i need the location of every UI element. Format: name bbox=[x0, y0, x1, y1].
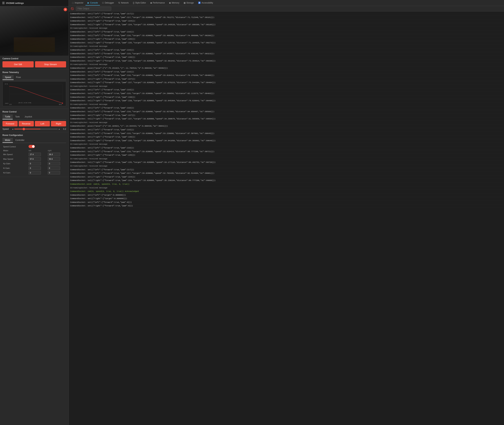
slider-increase-icon[interactable]: ► bbox=[59, 128, 60, 130]
tab-joystick[interactable]: Joystick bbox=[22, 114, 35, 119]
console-line: CommandSocket: tel({"right":{"forward":t… bbox=[70, 179, 503, 183]
speed-slider-container: ◄ ► bbox=[12, 128, 60, 130]
console-line: CommandSocket: tel({"right":{"forward":t… bbox=[70, 59, 503, 63]
tab-performance[interactable]: ◆ Performance bbox=[148, 0, 167, 6]
left-panel: ☰ OV2640 settings × bbox=[0, 0, 69, 425]
kd-left-input[interactable] bbox=[28, 171, 41, 174]
memory-icon: ◉ bbox=[169, 2, 171, 4]
kp-left-input[interactable] bbox=[28, 162, 41, 165]
console-output[interactable]: CommandSocket: set({"left":{"forward":tr… bbox=[69, 11, 504, 425]
console-line: StreamingSocket received message bbox=[70, 165, 503, 168]
ki-right-input[interactable] bbox=[48, 166, 60, 170]
console-line: CommandSocket: set({"left":{"forward":tr… bbox=[70, 128, 503, 132]
chart-container: 17.4 -14.0 1.6 84.2 (84.18, -14.03, 6.08… bbox=[2, 81, 66, 106]
right-button[interactable]: Right bbox=[51, 121, 66, 126]
filter-input[interactable] bbox=[76, 7, 111, 11]
speed-value: 0.2 bbox=[62, 128, 66, 130]
console-line: StreamingSocket received message bbox=[70, 45, 503, 48]
network-label: Network bbox=[121, 2, 129, 4]
toggle-knob bbox=[32, 145, 34, 148]
get-still-button[interactable]: Get Still bbox=[2, 61, 34, 67]
config-table: Speed Control: Motor: left right Min Spe… bbox=[2, 144, 66, 175]
console-line: StreamingSocket received message bbox=[70, 143, 503, 146]
kp-row: Kp Gain: bbox=[2, 161, 66, 166]
console-line: CommandSocket: set({"right":{"forward":t… bbox=[70, 38, 503, 41]
console-line: CommandSocket: tel({"right":{"forward":t… bbox=[70, 23, 503, 27]
camera-section: × bbox=[0, 6, 68, 56]
camera-close-button[interactable]: × bbox=[64, 8, 67, 11]
max-speed-right-input[interactable] bbox=[48, 157, 60, 161]
console-line: CommandSocket: pose({"pose":{"x":75.1519… bbox=[70, 66, 503, 70]
console-line: CommandSocket: tel({"left":{"forward":tr… bbox=[70, 110, 503, 114]
tab-accessibility[interactable]: ♿ Accessibility bbox=[196, 0, 215, 6]
slider-decrease-icon[interactable]: ◄ bbox=[12, 128, 14, 130]
speed-slider[interactable] bbox=[14, 129, 58, 129]
chart-y-max: 17.4 bbox=[5, 83, 8, 85]
tab-inspector[interactable]: ⬚ Inspector bbox=[70, 0, 85, 6]
tab-turtle[interactable]: Turtle bbox=[2, 114, 13, 119]
tab-style-editor[interactable]: {} Style Editor bbox=[131, 0, 148, 6]
console-line: CommandSocket: pose({"pose":{"x":84.1840… bbox=[70, 125, 503, 128]
console-line: CommandSocket: tel({"left":{"forward":tr… bbox=[70, 16, 503, 20]
tab-tank[interactable]: Tank bbox=[13, 114, 22, 119]
tab-speed[interactable]: Speed bbox=[2, 75, 14, 80]
speed-control-label: Speed Control: bbox=[2, 144, 28, 149]
tab-debugger[interactable]: ⬡ Debugger bbox=[100, 0, 116, 6]
console-line: CommandSocket: set({"left":{"forward":tr… bbox=[70, 12, 503, 16]
tab-console[interactable]: ▶ Console bbox=[85, 0, 100, 6]
kd-gain-label: Kd Gain: bbox=[2, 170, 28, 175]
console-line: CommandSocket: tel({"left":{"forward":tr… bbox=[70, 52, 503, 56]
left-button[interactable]: Left bbox=[35, 121, 50, 126]
tab-storage[interactable]: ▦ Storage bbox=[182, 0, 196, 6]
console-line: CommandSocket: set({"right":{"forward":t… bbox=[70, 153, 503, 157]
rover-telemetry-section: Rover Telemetry Speed Pose 17.4 -14.0 1.… bbox=[0, 69, 68, 109]
console-line: CommandSocket: tel({"right":{"forward":t… bbox=[70, 99, 503, 103]
speed-control-toggle[interactable] bbox=[28, 145, 35, 148]
performance-icon: ◆ bbox=[150, 2, 152, 4]
clear-console-button[interactable]: 🚫 bbox=[70, 7, 75, 10]
chart-end-point bbox=[62, 103, 63, 104]
kp-gain-label: Kp Gain: bbox=[2, 161, 28, 166]
console-line: StreamingSocket received message bbox=[70, 157, 503, 161]
speed-row: Speed: ◄ ► 0.2 bbox=[2, 128, 66, 130]
telemetry-tab-bar: Speed Pose bbox=[2, 75, 66, 80]
min-speed-right-input[interactable] bbox=[48, 153, 60, 156]
speed-label: Speed: bbox=[2, 128, 10, 130]
tab-network[interactable]: ⇅ Network bbox=[116, 0, 131, 6]
console-line: CommandSocket: tel({"left":{"forward":tr… bbox=[70, 92, 503, 96]
tab-memory[interactable]: ◉ Memory bbox=[167, 0, 181, 6]
kp-right-input[interactable] bbox=[48, 162, 60, 165]
chart-line bbox=[9, 86, 62, 103]
performance-label: Performance bbox=[153, 2, 165, 4]
chart-y-min: -14.0 bbox=[5, 102, 8, 104]
console-line: CommandSocket: set({"right":{"forward":t… bbox=[70, 135, 503, 139]
chart-x-start: 1.6 bbox=[9, 104, 12, 105]
console-line: CommandSocket: set({"right":{"forward":t… bbox=[70, 175, 503, 179]
max-speed-left-input[interactable] bbox=[28, 157, 41, 161]
svg-rect-2 bbox=[0, 6, 68, 55]
left-header: ☰ OV2640 settings bbox=[0, 0, 68, 6]
right-col-header: right bbox=[47, 149, 66, 152]
kd-right-input[interactable] bbox=[48, 171, 60, 174]
camera-feed bbox=[0, 6, 68, 56]
rover-control-section: Rover Control Turtle Tank Joystick Forwa… bbox=[0, 109, 68, 132]
console-line: CommandSocket: set({"right":{"forward":t… bbox=[70, 96, 503, 99]
console-line: CommandSocket.send: cmd(8, speed(0, true… bbox=[70, 183, 503, 186]
console-line: CommandSocket: cmd(8, speed(0, true, 0, … bbox=[70, 190, 503, 193]
rover-config-title: Rover Configuration bbox=[2, 134, 66, 136]
min-speed-left-input[interactable] bbox=[28, 153, 41, 156]
tab-controller[interactable]: Controller bbox=[13, 138, 27, 143]
directional-buttons: Forward Reverse Left Right bbox=[2, 121, 66, 126]
menu-icon[interactable]: ☰ bbox=[2, 1, 5, 5]
stop-stream-button[interactable]: Stop Stream bbox=[35, 61, 66, 67]
tab-motor[interactable]: Motor bbox=[2, 138, 13, 143]
reverse-button[interactable]: Reverse bbox=[19, 121, 34, 126]
tab-pose[interactable]: Pose bbox=[14, 75, 23, 80]
console-line: CommandSocket: set({"right":{"forward":t… bbox=[70, 114, 503, 117]
chart-x-end: 84.2 bbox=[59, 104, 62, 105]
console-line: StreamingSocket received message bbox=[70, 121, 503, 125]
forward-button[interactable]: Forward bbox=[2, 121, 18, 126]
ki-row: Ki Gain: bbox=[2, 166, 66, 170]
ki-left-input[interactable] bbox=[28, 166, 41, 170]
console-line: CommandSocket: set({"left":{"forward":tr… bbox=[70, 146, 503, 150]
